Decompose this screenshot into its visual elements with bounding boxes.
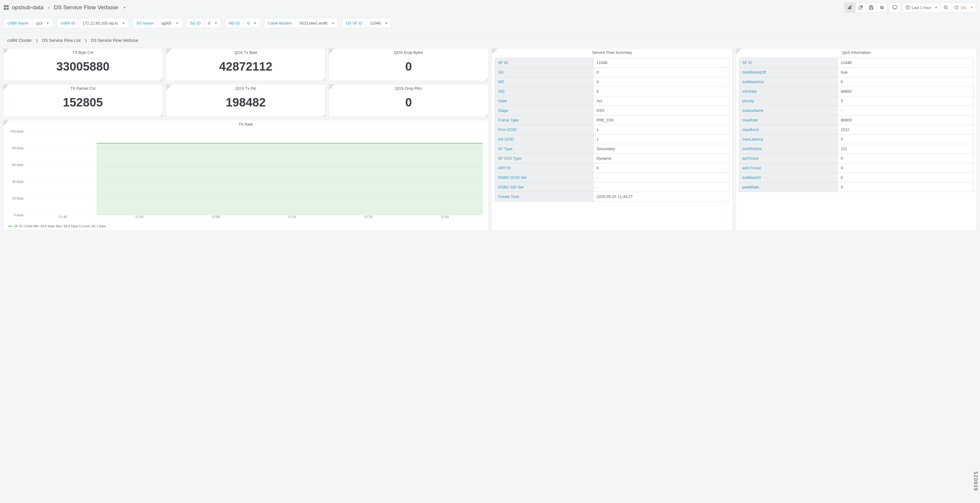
variable-label: DS SF ID <box>342 18 366 28</box>
kv-key: maxLatency <box>739 135 838 144</box>
settings-button[interactable] <box>876 2 887 13</box>
breadcrumb-item[interactable]: cnBR Cluster <box>7 38 32 43</box>
panel-title: QoS Information <box>736 48 977 55</box>
kv-value: 0 <box>838 154 974 163</box>
caret-down-icon: ▼ <box>214 22 217 25</box>
kv-value: true <box>838 68 974 77</box>
panel-title: Service Flow Summary <box>492 48 732 55</box>
kv-key: priority <box>739 96 838 106</box>
variable-value-dropdown[interactable]: 0023.bee1.ec86▼ <box>296 18 338 28</box>
clock-icon <box>905 5 910 10</box>
kv-key: Create Time <box>495 192 593 202</box>
info-icon[interactable]: i <box>5 121 5 124</box>
add-panel-button[interactable]: + <box>844 2 856 13</box>
resize-handle[interactable] <box>322 78 325 81</box>
topbar-left: opshub-data › DS Service Flow Verbose ▼ <box>3 4 126 11</box>
variable-value-dropdown[interactable]: cp3▼ <box>32 18 53 28</box>
resize-handle[interactable] <box>485 78 488 81</box>
kv-key: DSBG SID Set <box>495 182 593 192</box>
time-range-button[interactable]: Last 1 hour ▼ <box>902 2 941 13</box>
kv-key: tosMaskAnd <box>739 77 838 87</box>
panel-title: QOS Drop Bytes <box>329 48 488 55</box>
table-row: maxBurst1522 <box>739 125 974 135</box>
time-range-label: Last 1 hour <box>912 5 931 10</box>
table-row: dsIdReseqOfftrue <box>739 68 974 77</box>
summary-table: SF ID11046SG0MD0SID0StateActStageDSXFram… <box>495 58 729 202</box>
kv-value: 1 <box>593 135 729 144</box>
resize-handle[interactable] <box>322 114 325 117</box>
kv-key: SF SVC Type <box>495 154 593 163</box>
panel-title: QOS Tx Pkt <box>166 84 326 91</box>
breadcrumb-item[interactable]: DS Service Flow List <box>42 38 80 43</box>
caret-down-icon: ▼ <box>385 22 388 25</box>
save-icon <box>869 5 873 10</box>
table-row: actTmout0 <box>739 154 974 163</box>
svg-rect-2 <box>4 8 6 10</box>
variable-value-dropdown[interactable]: 11046▼ <box>366 18 391 28</box>
zoom-out-button[interactable] <box>940 2 951 13</box>
table-row: DSBG DCID Set- <box>495 173 729 182</box>
dashboard-icon[interactable] <box>3 5 9 10</box>
panel-corner <box>736 48 742 54</box>
variable-value-dropdown[interactable]: sg000▼ <box>157 18 182 28</box>
table-row: Init UCID1 <box>495 135 729 144</box>
caret-down-icon: ▼ <box>332 22 334 25</box>
kv-key: peakRate <box>739 182 838 192</box>
table-row: SF TypeSecondary <box>495 144 729 154</box>
caret-down-icon: ▼ <box>122 22 125 25</box>
view-mode-button[interactable] <box>889 2 900 13</box>
info-icon[interactable]: i <box>5 85 5 89</box>
resize-handle[interactable] <box>485 114 488 117</box>
table-row: minRate88800 <box>739 87 974 96</box>
breadcrumb-folder[interactable]: opshub-data <box>12 4 44 11</box>
chart-legend[interactable]: SF ID:11046 Min: 84.8 kbps Max: 86.8 kbp… <box>3 223 488 230</box>
info-icon[interactable]: i <box>330 49 331 53</box>
info-icon[interactable]: i <box>493 49 494 53</box>
kv-key: State <box>495 96 593 106</box>
caret-down-icon[interactable]: ▼ <box>123 6 126 9</box>
table-row: maxRate88800 <box>739 115 974 125</box>
page-title[interactable]: DS Service Flow Verbose <box>54 4 118 11</box>
variable-value-dropdown[interactable]: 0▼ <box>243 18 260 28</box>
stat-value: 33005880 <box>3 55 162 81</box>
svg-rect-11 <box>893 6 897 8</box>
chevron-right-icon: ❯ <box>84 38 87 43</box>
share-button[interactable] <box>855 2 866 13</box>
caret-down-icon: ▼ <box>935 6 937 9</box>
kv-key: MD <box>495 77 593 87</box>
info-icon[interactable]: i <box>5 49 5 53</box>
kv-value: 222 <box>838 144 974 154</box>
refresh-button[interactable]: 10s ▼ <box>951 2 977 13</box>
zoom-out-icon <box>944 5 948 10</box>
panel-corner <box>3 120 9 126</box>
save-button[interactable] <box>866 2 877 13</box>
variable-value-dropdown[interactable]: 172.22.85.105.nip.io▼ <box>79 18 129 28</box>
caret-down-icon: ▼ <box>46 22 49 25</box>
kv-value: Act <box>593 96 729 106</box>
topbar-right: + <box>844 2 977 13</box>
info-icon[interactable]: i <box>330 85 331 89</box>
chart-body[interactable]: 0 kbps20 kbps40 kbps60 kbps80 kbps100 kb… <box>3 127 488 223</box>
info-icon[interactable]: i <box>168 85 168 89</box>
info-icon[interactable]: i <box>738 49 738 53</box>
svg-rect-6 <box>850 5 851 9</box>
panel-qos-tx-pkt: i QOS Tx Pkt 198482 <box>166 84 326 117</box>
info-icon[interactable]: i <box>168 49 168 53</box>
chevron-right-icon: ❯ <box>35 38 38 43</box>
y-tick-label: 40 kbps <box>9 180 24 183</box>
kv-key: admTmout <box>739 163 838 173</box>
kv-value: 0 <box>593 77 729 87</box>
table-row: SF ID11046 <box>495 58 729 68</box>
stat-value: 42872112 <box>166 55 326 81</box>
variable-value-dropdown[interactable]: 0▼ <box>205 18 221 28</box>
resize-handle[interactable] <box>160 78 162 81</box>
kv-value: 0 <box>838 77 974 87</box>
svg-rect-0 <box>4 5 6 7</box>
resize-handle[interactable] <box>160 114 162 117</box>
kv-value: 88800 <box>838 87 974 96</box>
kv-value: - <box>593 173 729 182</box>
x-tick-label: 12:30 <box>441 215 449 219</box>
template-variable: DS SF ID11046▼ <box>342 18 391 28</box>
y-tick-label: 0 kbps <box>9 213 24 217</box>
panel-title: TX Rate <box>3 120 488 127</box>
